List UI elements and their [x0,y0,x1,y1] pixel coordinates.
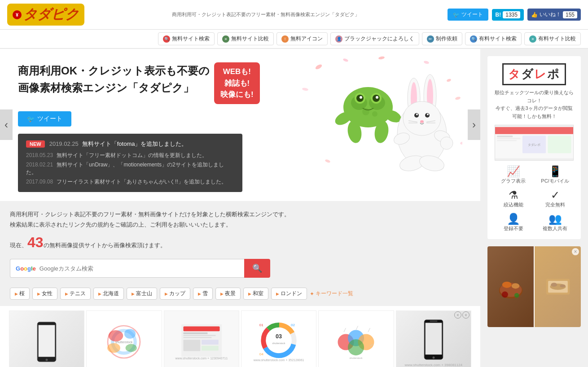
keyword-more-link[interactable]: ✦ キーワード一覧 [310,290,353,297]
header: ¥ タダピク 商用利用可・クレジット表記不要のフリー素材・無料画像検索エンジン「… [0,0,588,30]
svg-point-30 [416,114,418,115]
tweet-button[interactable]: 🐦 ツイート [448,9,488,21]
nav-item-free-site-search[interactable]: 🔍 無料サイト検索 [158,32,215,45]
feature-filter: ⚗ 絞込機能 [495,189,532,208]
svg-rect-91 [548,136,571,153]
keyword-cup[interactable]: ▶カップ [160,288,190,300]
nav-item-blackjack[interactable]: 👤 ブラックジャックによろしく [330,32,419,45]
ad-image-3[interactable]: www.shutterstock.com + 1230940711 [164,310,239,367]
tadarebo-screenshot: タダレポ [495,125,574,161]
svg-point-5 [302,87,309,91]
keyword-night[interactable]: ▶夜景 [215,288,241,300]
tadarebo-desc: 順位チェックツールの乗り換えならコレ！今すぐ、過去3ヶ月のデータが閲覧可能！しか… [495,89,574,120]
tadarebo-card: タダレポ 順位チェックツールの乗り換えならコレ！今すぐ、過去3ヶ月のデータが閲覧… [487,56,581,239]
svg-point-42 [325,159,330,163]
desc-line1: 商用利用可・クレジット表記不要のフリー素材・無料画像サイトだけを対象とした横断検… [10,209,470,219]
ad-close-button[interactable]: × × [454,311,470,319]
feature-pc-mobile: 📱 PC/モバイル [536,165,574,184]
svg-point-0 [315,64,323,70]
svg-rect-57 [183,335,215,336]
svg-text:shutterstock: shutterstock [272,342,285,345]
nav-item-order[interactable]: ✏ 制作依頼 [422,32,462,45]
keyword-hokkaido[interactable]: ▶北海道 [93,288,124,300]
ad-image-4[interactable]: 03 shutterstock 01 02 04 www.shutterstoc… [241,310,316,367]
svg-rect-86 [495,127,573,135]
google-logo: Google [16,265,36,272]
hero-badge: WEBも! 雑誌も! 映像にも! [214,62,260,104]
like-button[interactable]: 👍 いいね！ 155 [527,9,581,21]
svg-point-95 [502,282,511,288]
nav-item-paid-site-search[interactable]: 🔍 有料サイト検索 [465,32,522,45]
header-tagline: 商用利用可・クレジット表記不要のフリー素材・無料画像検索エンジン「タダピク」 [84,11,448,18]
sidebar-ad-image [487,246,581,327]
svg-point-84 [432,356,434,358]
svg-line-77 [356,326,358,330]
star-icon: ✦ [310,291,314,297]
count-text: 現在、43の無料画像提供サイトから画像検索頂けます。 [10,234,470,251]
svg-line-76 [344,328,346,332]
svg-point-31 [427,114,429,115]
tadarebo-logo[interactable]: タダレポ [502,63,566,85]
search-box: Google 🔍 [10,259,270,278]
svg-rect-59 [183,340,200,351]
news-item-4: 2017.09.08フリーイラスト素材サイト「ありさちゃんがいく!!」を追加しま… [26,178,234,186]
sidebar-ad[interactable]: × [487,246,581,327]
twitter-bird-icon: 🐦 [27,115,35,122]
search-icon-red: 🔍 [163,35,170,43]
like-icon: 👍 [531,12,538,18]
ad-section: × × www.shutterstock.com + 683134508 [0,306,480,367]
feature-multi-user: 👥 複数人共有 [536,213,574,232]
keyword-sakura[interactable]: ▶桜 [10,288,30,300]
svg-line-78 [368,328,370,332]
hero-prev-button[interactable]: ‹ [0,109,13,140]
content-area: ‹ › 商用利用OK・クレジット表示も不要の 画像素材検索エンジン「タダピク」 … [0,49,480,367]
keyword-fuji[interactable]: ▶富士山 [127,288,157,300]
search-input[interactable] [39,265,239,272]
main-layout: ‹ › 商用利用OK・クレジット表示も不要の 画像素材検索エンジン「タダピク」 … [0,49,588,367]
hero-title: 商用利用OK・クレジット表示も不要の 画像素材検索エンジン「タダピク」 WEBも… [18,62,269,104]
svg-rect-89 [497,140,517,141]
svg-text:02: 02 [291,323,295,327]
feature-graph: 📈 グラフ表示 [495,165,532,184]
ad-images-row: www.shutterstock.com + 683134508 shutter… [9,310,471,367]
nav-item-free-site-compare[interactable]: ≡ 無料サイト比較 [217,32,274,45]
nav-item-paid-site-compare[interactable]: ≡ 有料サイト比較 [524,32,581,45]
svg-point-103 [560,284,565,288]
svg-rect-82 [425,323,442,354]
ad-image-2[interactable]: shutterstock [86,310,162,367]
svg-point-32 [420,120,424,123]
keyword-london[interactable]: ▶ロンドン [271,288,307,300]
keyword-washitsu[interactable]: ▶和室 [243,288,268,300]
hatena-button[interactable]: B! 1335 [492,9,524,21]
ad-image-6[interactable]: www.shutterstock.com + 398081124 [396,310,471,367]
svg-text:タダレポ: タダレポ [528,143,540,147]
sidebar-ad-close[interactable]: × [572,248,579,255]
svg-rect-88 [497,138,520,140]
compare-icon-green: ≡ [222,35,229,43]
logo[interactable]: ¥ タダピク [7,4,84,26]
count-number: 43 [27,234,44,250]
ad-image-5[interactable]: shutterstock [318,310,394,367]
svg-point-2 [378,56,385,60]
keyword-snow[interactable]: ▶雪 [193,288,213,300]
keyword-woman[interactable]: ▶女性 [32,288,57,300]
svg-point-43 [460,141,462,145]
hero-next-button[interactable]: › [468,109,480,140]
header-social-buttons: 🐦 ツイート B! 1335 👍 いいね！ 155 [448,9,581,21]
svg-text:04: 04 [259,352,263,356]
description-section: 商用利用可・クレジット表記不要のフリー素材・無料画像サイトだけを対象とした横断検… [0,201,480,255]
hero-tweet-button[interactable]: 🐦 ツイート [18,111,71,127]
search-section: Google 🔍 [0,254,480,284]
feature-free: ✓ 完全無料 [536,189,574,208]
search-icon-blue: 🔍 [470,35,477,43]
keyword-tennis[interactable]: ▶テニス [60,288,91,300]
svg-rect-45 [39,325,55,357]
hatena-icon: B! [496,12,501,18]
svg-point-97 [501,292,508,298]
sidebar: タダレポ 順位チェックツールの乗り換えならコレ！今すぐ、過去3ヶ月のデータが閲覧… [480,49,588,367]
svg-point-51 [108,343,121,353]
nav-item-free-icon[interactable]: ! 無料アイコン [276,32,328,45]
news-item-2: 2018.05.23無料サイト「フリー素材ドットコム」の情報を更新しました。 [26,152,234,159]
ad-image-1[interactable]: www.shutterstock.com + 683134508 [9,310,84,367]
search-button[interactable]: 🔍 [244,259,270,278]
